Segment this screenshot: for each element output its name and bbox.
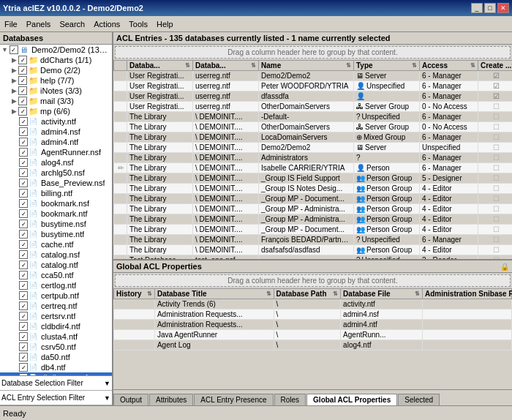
- expand-icon[interactable]: ▶: [12, 97, 17, 105]
- col-dbtitle-header[interactable]: Database Title⇅: [154, 289, 274, 299]
- maximize-button[interactable]: □: [484, 3, 496, 13]
- tree-item[interactable]: ✓📄alog4.nsf: [0, 157, 112, 168]
- expand-icon[interactable]: ▶: [12, 77, 17, 84]
- tree-item[interactable]: ✓📄bookmark.ntf: [0, 209, 112, 219]
- menu-item-actions[interactable]: Actions: [89, 18, 124, 30]
- acl-table-row[interactable]: The Library \ DEMOINIT.... OtherDomainSe…: [114, 122, 513, 132]
- tree-checkbox[interactable]: ✓: [18, 76, 27, 85]
- tree-checkbox[interactable]: ✓: [19, 260, 28, 269]
- tree-item[interactable]: ▶✓📁mail (3/3): [0, 96, 112, 106]
- acl-table-row[interactable]: The Library \ DEMOINIT.... dsafsafsd/asd…: [114, 245, 513, 255]
- tree-checkbox[interactable]: ✓: [19, 240, 28, 249]
- tree-item[interactable]: ▶✓📁Demo (2/2): [0, 65, 112, 75]
- tree-item[interactable]: ✓📄certlog.ntf: [0, 280, 112, 290]
- close-button[interactable]: ✕: [497, 3, 509, 13]
- tree-item[interactable]: ✓📄busytime.nsf: [0, 219, 112, 229]
- tree-checkbox[interactable]: ✓: [19, 168, 28, 177]
- tree-item[interactable]: ✓📄billing.ntf: [0, 188, 112, 198]
- tree-checkbox[interactable]: ✓: [19, 301, 28, 310]
- tree-item[interactable]: ✓📄certsrv.ntf: [0, 311, 112, 321]
- expand-icon[interactable]: ▶: [12, 67, 17, 74]
- tree-checkbox[interactable]: ✓: [19, 342, 28, 351]
- tree-checkbox[interactable]: ✓: [18, 86, 27, 95]
- menu-item-search[interactable]: Search: [55, 18, 89, 30]
- tree-item[interactable]: ✓📄certreq.ntf: [0, 301, 112, 311]
- tab-acl-entry-presence[interactable]: ACL Entry Presence: [194, 394, 273, 405]
- col-db2-header[interactable]: Databa...⇅: [193, 61, 259, 71]
- tree-item[interactable]: ✓📄csrv50.ntf: [0, 342, 112, 352]
- tree-item[interactable]: ✓📄archlg50.nsf: [0, 168, 112, 178]
- col-name-header[interactable]: Name⇅: [259, 61, 354, 71]
- tree-checkbox[interactable]: ✓: [19, 230, 28, 239]
- tree-item[interactable]: ✓📄AgentRunner.nsf: [0, 147, 112, 157]
- expand-icon[interactable]: ▼: [1, 46, 8, 53]
- menu-item-file[interactable]: File: [0, 18, 22, 30]
- acl-table-row[interactable]: The Library \ DEMOINIT.... Administrator…: [114, 153, 513, 163]
- tree-item[interactable]: ✓📄da50.ntf: [0, 352, 112, 362]
- minimize-button[interactable]: _: [471, 3, 483, 13]
- global-table-row[interactable]: Agent Log \ alog4.ntf: [114, 340, 512, 350]
- tree-checkbox[interactable]: ✓: [19, 332, 28, 341]
- tree-checkbox[interactable]: ✓: [10, 45, 18, 54]
- db-selection-filter[interactable]: Database Selection Filter ▼: [0, 376, 112, 391]
- tree-checkbox[interactable]: ✓: [18, 66, 27, 75]
- tab-global-acl[interactable]: Global ACL Properties: [306, 394, 397, 405]
- tree-item[interactable]: ✓📄certpub.ntf: [0, 290, 112, 301]
- col-history-header[interactable]: History⇅: [114, 289, 155, 299]
- acl-table-row[interactable]: The Library \ DEMOINIT.... François BEDA…: [114, 235, 513, 245]
- expand-icon[interactable]: ▶: [12, 108, 17, 115]
- acl-table-row[interactable]: The Library \ DEMOINIT.... _Group MP - A…: [114, 204, 513, 214]
- acl-table-row[interactable]: User Registrati... userreg.ntf OtherDoma…: [114, 102, 513, 112]
- tab-output[interactable]: Output: [113, 394, 148, 405]
- col-dbfile-header[interactable]: Database File⇅: [341, 289, 423, 299]
- tree-checkbox[interactable]: ✓: [19, 353, 28, 361]
- tree-item[interactable]: ✓📄cca50.ntf: [0, 270, 112, 280]
- tree-checkbox[interactable]: ✓: [19, 322, 28, 331]
- tree-item[interactable]: ▶✓📁ddCharts (1/1): [0, 55, 112, 65]
- tab-attributes[interactable]: Attributes: [149, 394, 193, 405]
- acl-table-scroll[interactable]: Databa...⇅ Databa...⇅ Name⇅ Type⇅ Access…: [113, 60, 512, 259]
- tree-checkbox[interactable]: ✓: [18, 56, 27, 64]
- tree-checkbox[interactable]: ✓: [19, 291, 28, 300]
- tree-item[interactable]: ▶✓📁help (7/7): [0, 75, 112, 86]
- expand-icon[interactable]: ▶: [12, 56, 17, 64]
- acl-table-row[interactable]: The Library \ DEMOINIT.... _Group IS Not…: [114, 184, 513, 194]
- acl-table-row[interactable]: The Library \ DEMOINIT.... LocaDomainSer…: [114, 132, 513, 143]
- tree-item[interactable]: ✓📄admin4.ntf: [0, 137, 112, 147]
- col-type-header[interactable]: Type⇅: [354, 61, 420, 71]
- tree-checkbox[interactable]: ✓: [18, 107, 27, 116]
- tree-checkbox[interactable]: ✓: [19, 281, 28, 290]
- tree-checkbox[interactable]: ✓: [19, 148, 28, 157]
- tree-item[interactable]: ✓📄Base_Preview.nsf: [0, 178, 112, 188]
- global-table-row[interactable]: Java AgentRunner \ AgentRunn...: [114, 330, 512, 340]
- tree-item[interactable]: ✓📄cache.ntf: [0, 239, 112, 250]
- tree-checkbox[interactable]: ✓: [19, 209, 28, 218]
- tree-checkbox[interactable]: ✓: [19, 199, 28, 208]
- global-table-row[interactable]: Administration Requests... \ admin4.nsf: [114, 310, 512, 320]
- acl-table-row[interactable]: User Registrati... userreg.ntf Peter WOO…: [114, 81, 513, 91]
- menu-item-tools[interactable]: Tools: [124, 18, 152, 30]
- tree-item[interactable]: ✓📄admin4.nsf: [0, 127, 112, 137]
- acl-table-row[interactable]: User Registrati... userreg.ntf dfassdfa …: [114, 91, 513, 102]
- acl-table-row[interactable]: The Library \ DEMOINIT.... _Group IS Fie…: [114, 173, 513, 184]
- col-adminfile-header[interactable]: Administration Snibase File⇅: [422, 289, 511, 299]
- tree-checkbox[interactable]: ✓: [19, 127, 28, 136]
- acl-table-row[interactable]: User Registrati... userreg.ntf Demo2/Dem…: [114, 71, 513, 81]
- tree-checkbox[interactable]: ✓: [19, 117, 28, 126]
- tree-checkbox[interactable]: ✓: [18, 97, 27, 105]
- acl-table-row[interactable]: ✏ The Library \ DEMOINIT.... Isabelle CA…: [114, 163, 513, 173]
- tab-roles[interactable]: Roles: [274, 394, 306, 405]
- global-table-row[interactable]: Activity Trends (6) \ activity.ntf: [114, 299, 512, 310]
- global-table-row[interactable]: Administration Requests... \ admin4.ntf: [114, 320, 512, 330]
- tree-checkbox[interactable]: ✓: [19, 189, 28, 198]
- col-dbpath-header[interactable]: Database Path⇅: [274, 289, 341, 299]
- tree-item[interactable]: ✓📄bookmark.nsf: [0, 198, 112, 209]
- tree-checkbox[interactable]: ✓: [19, 363, 28, 372]
- col-db1-header[interactable]: Databa...⇅: [127, 61, 193, 71]
- menu-item-help[interactable]: Help: [152, 18, 178, 30]
- tree-item[interactable]: ▶✓📁iNotes (3/3): [0, 86, 112, 96]
- tree-checkbox[interactable]: ✓: [19, 158, 28, 167]
- tree-item[interactable]: ▼✓🖥Demo2/Demo2 (135/...: [0, 45, 112, 55]
- col-access-header[interactable]: Access⇅: [420, 61, 478, 71]
- acl-table-row[interactable]: The Library \ DEMOINIT.... _Group MP - D…: [114, 225, 513, 235]
